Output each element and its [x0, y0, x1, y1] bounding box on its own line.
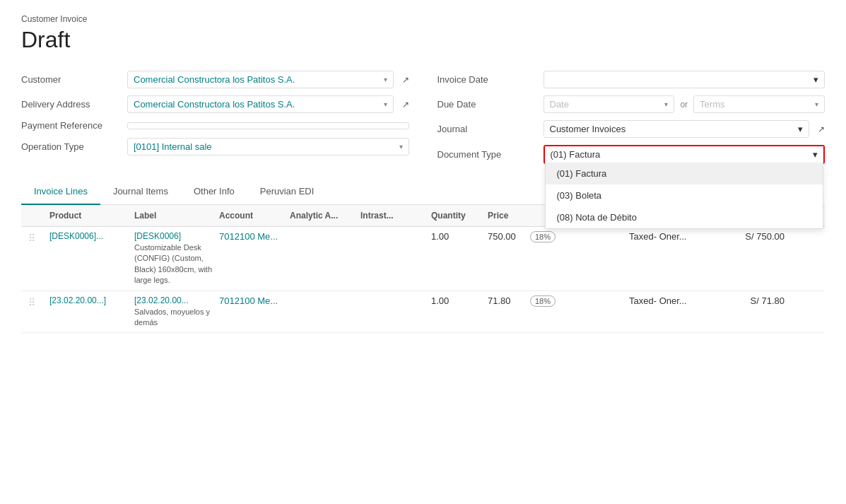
tax-badge-2: 18%: [530, 295, 629, 307]
tax-name-1: Taxed- Oner...: [629, 231, 714, 242]
customer-row: Customer Comercial Constructora los Pati…: [21, 67, 409, 92]
tax-badge-1: 18%: [530, 231, 629, 242]
delivery-input[interactable]: Comercial Constructora los Patitos S.A. …: [127, 95, 394, 113]
or-text: or: [680, 100, 688, 110]
customer-label: Customer: [21, 74, 127, 85]
form-left-column: Customer Comercial Constructora los Pati…: [21, 67, 409, 168]
label-code-1: [DESK0006]: [134, 231, 219, 241]
operation-type-input[interactable]: [0101] Internal sale ▾: [127, 138, 409, 156]
operation-type-label: Operation Type: [21, 141, 127, 152]
label-desc-2: Salvados, moyuelos y demás: [134, 307, 219, 329]
payment-ref-row: Payment Reference: [21, 117, 409, 134]
delivery-row: Delivery Address Comercial Constructora …: [21, 92, 409, 117]
page-title: Draft: [21, 27, 825, 53]
tab-peruvian-edi[interactable]: Peruvian EDI: [247, 179, 327, 205]
operation-type-field: [0101] Internal sale ▾: [127, 138, 409, 156]
delivery-label: Delivery Address: [21, 99, 127, 110]
due-date-row: Due Date Date ▾ or Terms: [437, 92, 826, 117]
drag-handle-1[interactable]: ⠿: [28, 231, 49, 244]
delivery-field: Comercial Constructora los Patitos S.A. …: [127, 95, 409, 113]
document-type-dropdown: (01) Factura (03) Boleta (08) Nota de Dé…: [545, 163, 824, 229]
doc-type-wrapper: (01) Factura ▾ (01) Factura (03) Boleta …: [544, 145, 826, 164]
invoice-date-label: Invoice Date: [437, 74, 544, 85]
row-2: ⠿ [23.02.20.00...] [23.02.20.00... Salva…: [21, 291, 825, 333]
main-page: Customer Invoice Draft Customer Comercia…: [0, 0, 846, 347]
journal-external-link[interactable]: ↗: [818, 124, 825, 134]
product-2[interactable]: [23.02.20.00...]: [49, 295, 134, 305]
table-row: ⠿ [DESK0006]... [DESK0006] Customizable …: [21, 227, 825, 291]
label-desc-1: Customizable Desk (CONFIG) (Custom, Blac…: [134, 242, 219, 286]
label-code-2: [23.02.20.00...: [134, 295, 219, 305]
table-row: ⠿ [23.02.20.00...] [23.02.20.00... Salva…: [21, 291, 825, 334]
journal-label: Journal: [437, 124, 544, 134]
journal-value: Customer Invoices: [550, 124, 626, 134]
col-intrastat: Intrast...: [360, 211, 431, 221]
document-type-caret: ▾: [813, 149, 818, 160]
document-type-value: (01) Factura: [551, 149, 601, 160]
due-date-label: Due Date: [437, 99, 544, 110]
invoice-date-caret: ▾: [813, 74, 818, 85]
journal-caret: ▾: [798, 124, 803, 134]
document-type-section: (01) Factura ▾ (01) Factura (03) Boleta …: [544, 145, 826, 164]
payment-ref-label: Payment Reference: [21, 120, 127, 131]
drag-handle-2[interactable]: ⠿: [28, 295, 49, 308]
customer-field: Comercial Constructora los Patitos S.A. …: [127, 71, 409, 88]
due-date-picker[interactable]: Date ▾: [544, 95, 675, 113]
col-quantity: Quantity: [431, 211, 488, 221]
label-1: [DESK0006] Customizable Desk (CONFIG) (C…: [134, 231, 219, 286]
delivery-caret: ▾: [384, 100, 387, 108]
tab-other-info[interactable]: Other Info: [181, 179, 247, 205]
product-code-1: [DESK0006]...: [49, 231, 134, 241]
operation-type-row: Operation Type [0101] Internal sale ▾: [21, 134, 409, 159]
product-code-2: [23.02.20.00...]: [49, 295, 134, 305]
col-price: Price: [488, 211, 530, 221]
price-1: 750.00: [488, 231, 530, 242]
subtotal-1: S/ 750.00: [714, 231, 785, 242]
label-2: [23.02.20.00... Salvados, moyuelos y dem…: [134, 295, 219, 329]
operation-type-value: [0101] Internal sale: [134, 141, 212, 152]
terms-placeholder: Terms: [700, 99, 724, 110]
terms-caret: ▾: [815, 100, 818, 108]
col-account: Account: [219, 211, 290, 221]
customer-caret: ▾: [384, 76, 387, 83]
quantity-1: 1.00: [431, 231, 488, 242]
journal-field: Customer Invoices ▾ ↗: [544, 120, 826, 138]
col-drag: [28, 211, 49, 221]
dropdown-option-nota-debito[interactable]: (08) Nota de Débito: [546, 206, 823, 228]
customer-external-link[interactable]: ↗: [402, 75, 409, 85]
terms-field: Terms ▾: [693, 95, 825, 113]
price-2: 71.80: [488, 295, 530, 306]
page-subtitle: Customer Invoice: [21, 14, 825, 24]
form-right-column: Invoice Date ▾ Due Date Date ▾: [437, 67, 826, 168]
subtotal-2: S/ 71.80: [714, 295, 785, 306]
due-date-placeholder: Date: [550, 99, 569, 110]
customer-input[interactable]: Comercial Constructora los Patitos S.A. …: [127, 71, 394, 88]
col-product: Product: [49, 211, 134, 221]
payment-ref-field: [127, 122, 409, 129]
document-type-row: Document Type (01) Factura ▾ (01) Factur…: [437, 141, 826, 168]
tax-name-2: Taxed- Oner...: [629, 295, 714, 306]
invoice-date-row: Invoice Date ▾: [437, 67, 826, 92]
document-type-input[interactable]: (01) Factura ▾: [545, 146, 824, 163]
delivery-external-link[interactable]: ↗: [402, 100, 409, 110]
terms-input[interactable]: Terms ▾: [693, 95, 825, 113]
journal-input[interactable]: Customer Invoices ▾: [544, 120, 810, 138]
document-type-label: Document Type: [437, 149, 544, 160]
delivery-value: Comercial Constructora los Patitos S.A.: [134, 99, 295, 110]
account-2[interactable]: 7012100 Me...: [219, 295, 290, 306]
dropdown-option-factura[interactable]: (01) Factura: [546, 163, 823, 184]
product-1[interactable]: [DESK0006]...: [49, 231, 134, 241]
tab-journal-items[interactable]: Journal Items: [100, 179, 181, 205]
due-date-field: Date ▾ or Terms ▾: [544, 95, 826, 113]
dropdown-option-boleta[interactable]: (03) Boleta: [546, 184, 823, 206]
journal-row: Journal Customer Invoices ▾ ↗: [437, 117, 826, 141]
payment-ref-input[interactable]: [127, 122, 409, 129]
quantity-2: 1.00: [431, 295, 488, 306]
invoice-date-input[interactable]: ▾: [544, 71, 826, 88]
form-grid: Customer Comercial Constructora los Pati…: [21, 67, 825, 168]
tab-invoice-lines[interactable]: Invoice Lines: [21, 179, 100, 205]
operation-type-caret: ▾: [399, 143, 403, 151]
account-1[interactable]: 7012100 Me...: [219, 231, 290, 242]
invoice-date-field: ▾: [544, 71, 826, 88]
customer-value: Comercial Constructora los Patitos S.A.: [134, 74, 295, 85]
